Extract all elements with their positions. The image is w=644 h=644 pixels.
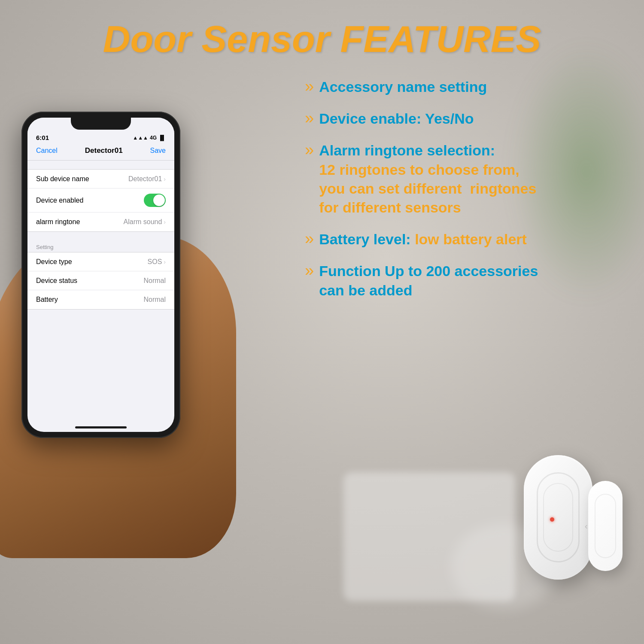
door-sensor-device: ‹ — [524, 455, 592, 580]
signal-icon: ▲▲▲ — [133, 135, 148, 141]
sensor-groove-inner — [543, 483, 573, 552]
toggle-knob — [153, 194, 165, 206]
home-bar — [75, 426, 127, 428]
arrow-icon-5: » — [305, 262, 314, 279]
phone-notch — [71, 118, 131, 130]
sensor-main-body — [524, 455, 592, 580]
battery-icon: ▐▌ — [158, 135, 166, 141]
device-enabled-row[interactable]: Device enabled — [27, 188, 174, 213]
feature-text-1: Accessory name setting — [319, 77, 487, 96]
chevron-right-icon: › — [164, 176, 166, 182]
sensor-led — [550, 517, 554, 522]
device-enabled-label: Device enabled — [36, 197, 83, 204]
battery-label: Battery — [36, 296, 58, 304]
device-type-value: SOS › — [148, 258, 166, 266]
settings-content: Sub device name Detector01 › Device enab… — [27, 161, 174, 327]
status-icons: ▲▲▲ 4G ▐▌ — [133, 135, 166, 141]
feature-text-4: Battery level: low battery alert — [319, 230, 527, 249]
chevron-left-icon: ‹ — [585, 521, 588, 531]
arrow-icon-1: » — [305, 78, 314, 94]
feature-item-accessory-name: » Accessory name setting — [305, 77, 627, 96]
alarm-ringtone-value: Alarm sound › — [124, 218, 166, 226]
arrow-icon-3: » — [305, 142, 314, 158]
phone-device: 6:01 ▲▲▲ 4G ▐▌ Cancel Detector01 Save Su… — [21, 112, 180, 438]
screen-title: Detector01 — [85, 146, 123, 155]
device-status-value: Normal — [143, 277, 166, 285]
feature-text-5: Function Up to 200 accessoriescan be add… — [319, 261, 538, 299]
save-button[interactable]: Save — [150, 147, 166, 155]
feature-text-2: Device enable: Yes/No — [319, 109, 474, 128]
ringtone-detail: 12 ringtones to choose from,you can set … — [319, 161, 536, 216]
phone-container: 6:01 ▲▲▲ 4G ▐▌ Cancel Detector01 Save Su… — [0, 86, 245, 558]
feature-text-3: Alarm ringtone selection: 12 ringtones t… — [319, 141, 536, 217]
arrow-icon-4: » — [305, 231, 314, 247]
features-list: » Accessory name setting » Device enable… — [305, 77, 627, 313]
status-time: 6:01 — [36, 134, 49, 141]
feature-item-alarm-ringtone: » Alarm ringtone selection: 12 ringtones… — [305, 141, 627, 217]
device-type-label: Device type — [36, 258, 72, 266]
sub-device-name-value: Detector01 › — [128, 175, 166, 183]
device-type-row[interactable]: Device type SOS › — [27, 252, 174, 271]
sub-device-name-row[interactable]: Sub device name Detector01 › — [27, 170, 174, 188]
feature-item-battery: » Battery level: low battery alert — [305, 230, 627, 249]
device-status-row: Device status Normal — [27, 271, 174, 290]
network-label: 4G — [150, 135, 157, 141]
device-enabled-toggle[interactable] — [144, 194, 166, 207]
title-part1: Door Sensor — [103, 18, 340, 60]
chevron-right-icon-3: › — [164, 258, 166, 265]
settings-group-2: Device type SOS › Device status Normal B… — [27, 252, 174, 310]
battery-row: Battery Normal — [27, 290, 174, 309]
setting-section-header: Setting — [27, 240, 174, 252]
device-status-label: Device status — [36, 277, 77, 285]
title-part2: FEATURES — [340, 18, 541, 60]
chevron-right-icon-2: › — [164, 219, 166, 225]
sensor-secondary-groove — [595, 494, 616, 558]
alarm-ringtone-row[interactable]: alarm ringtone Alarm sound › — [27, 213, 174, 231]
phone-screen: 6:01 ▲▲▲ 4G ▐▌ Cancel Detector01 Save Su… — [27, 118, 174, 432]
battery-alert-text: low battery alert — [415, 231, 527, 247]
nav-bar: Cancel Detector01 Save — [27, 145, 174, 161]
cancel-button[interactable]: Cancel — [36, 147, 58, 155]
sensor-secondary-body: ‹ — [588, 481, 623, 571]
settings-group-1: Sub device name Detector01 › Device enab… — [27, 169, 174, 232]
feature-item-function: » Function Up to 200 accessoriescan be a… — [305, 261, 627, 299]
sub-device-name-label: Sub device name — [36, 175, 89, 183]
feature-item-device-enable: » Device enable: Yes/No — [305, 109, 627, 128]
arrow-icon-2: » — [305, 110, 314, 126]
page-title: Door Sensor FEATURES — [0, 17, 644, 61]
battery-value: Normal — [143, 296, 166, 304]
alarm-ringtone-label: alarm ringtone — [36, 218, 80, 226]
